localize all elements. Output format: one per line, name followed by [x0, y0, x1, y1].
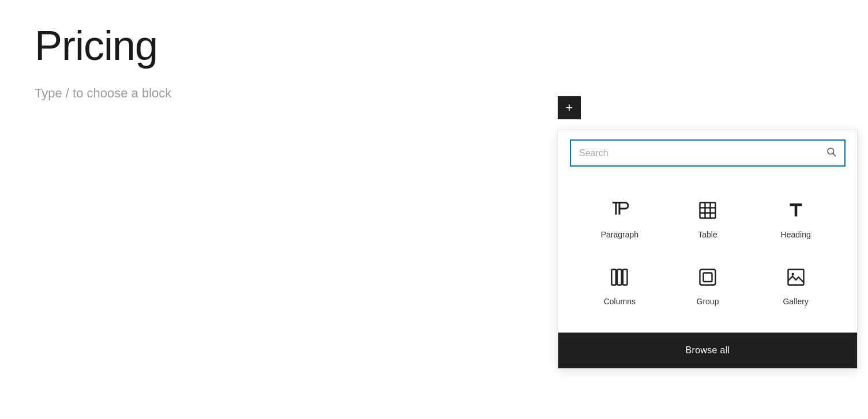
- page-hint: Type / to choose a block: [35, 86, 833, 101]
- svg-rect-9: [623, 270, 627, 285]
- block-item-group[interactable]: Group: [664, 254, 752, 315]
- block-label-group: Group: [697, 297, 719, 306]
- search-container: [558, 130, 857, 176]
- block-item-gallery[interactable]: Gallery: [751, 254, 840, 315]
- search-button[interactable]: [826, 146, 836, 160]
- block-label-paragraph: Paragraph: [601, 230, 638, 239]
- block-item-paragraph[interactable]: Paragraph: [576, 187, 664, 248]
- svg-rect-10: [700, 270, 715, 285]
- heading-icon: [782, 197, 810, 224]
- svg-rect-2: [700, 203, 715, 218]
- block-picker: Paragraph Table Heading: [558, 130, 858, 369]
- page-title: Pricing: [35, 23, 833, 69]
- paragraph-icon: [606, 197, 633, 224]
- page-content: Pricing Type / to choose a block: [0, 0, 868, 124]
- block-item-columns[interactable]: Columns: [576, 254, 664, 315]
- svg-rect-7: [612, 270, 617, 285]
- table-icon: [694, 197, 722, 224]
- add-block-button[interactable]: +: [558, 96, 581, 119]
- svg-line-1: [833, 153, 835, 156]
- search-input-wrapper: [570, 139, 846, 167]
- svg-point-13: [791, 273, 794, 276]
- block-label-columns: Columns: [604, 297, 636, 306]
- svg-rect-11: [703, 273, 712, 282]
- plus-icon: +: [566, 100, 573, 115]
- block-label-table: Table: [698, 230, 717, 239]
- browse-all-label: Browse all: [686, 345, 730, 355]
- search-icon: [826, 146, 836, 160]
- svg-rect-12: [788, 270, 803, 285]
- search-input[interactable]: [579, 148, 826, 158]
- block-label-heading: Heading: [781, 230, 811, 239]
- blocks-grid: Paragraph Table Heading: [558, 176, 857, 333]
- block-label-gallery: Gallery: [783, 297, 808, 306]
- block-item-heading[interactable]: Heading: [751, 187, 840, 248]
- block-item-table[interactable]: Table: [664, 187, 752, 248]
- browse-all-button[interactable]: Browse all: [558, 333, 857, 368]
- svg-rect-8: [618, 270, 622, 285]
- gallery-icon: [782, 263, 810, 291]
- columns-icon: [606, 263, 633, 291]
- group-icon: [694, 263, 722, 291]
